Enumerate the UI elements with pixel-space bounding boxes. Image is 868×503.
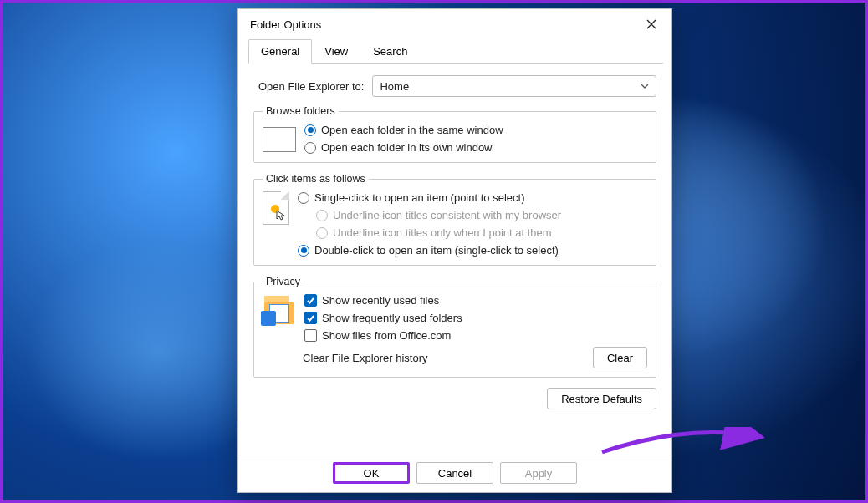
tab-search[interactable]: Search <box>360 39 420 63</box>
privacy-folder-icon <box>263 294 296 324</box>
radio-icon <box>298 192 309 204</box>
page-click-icon <box>263 191 289 225</box>
checkbox-icon <box>304 329 317 342</box>
click-legend: Click items as follows <box>263 173 369 185</box>
checkbox-icon <box>304 312 317 324</box>
radio-icon <box>316 210 328 221</box>
check-frequent-folders[interactable]: Show frequently used folders <box>304 312 462 324</box>
close-icon <box>646 19 656 29</box>
clear-button[interactable]: Clear <box>593 347 647 368</box>
privacy-legend: Privacy <box>263 276 304 287</box>
check-office-files[interactable]: Show files from Office.com <box>304 329 462 342</box>
radio-own-window[interactable]: Open each folder in its own window <box>304 141 503 154</box>
chevron-down-icon <box>641 82 649 90</box>
titlebar: Folder Options <box>238 9 671 36</box>
radio-underline-browser: Underline icon titles consistent with my… <box>316 209 561 221</box>
tab-general[interactable]: General <box>248 39 312 64</box>
restore-defaults-button[interactable]: Restore Defaults <box>547 388 656 409</box>
dialog-title: Folder Options <box>250 18 321 31</box>
click-items-group: Click items as follows Single-click to o… <box>253 173 656 266</box>
tab-view[interactable]: View <box>312 39 360 63</box>
cancel-button[interactable]: Cancel <box>416 462 493 484</box>
radio-underline-point: Underline icon titles only when I point … <box>316 226 561 239</box>
close-button[interactable] <box>640 14 663 34</box>
radio-icon <box>304 142 316 154</box>
window-thumb-icon <box>263 127 296 152</box>
privacy-group: Privacy Show recently used files Show fr… <box>253 276 656 378</box>
radio-same-window[interactable]: Open each folder in the same window <box>304 124 503 136</box>
dialog-footer: OK Cancel Apply <box>238 455 671 492</box>
radio-icon <box>316 227 328 239</box>
check-recent-files[interactable]: Show recently used files <box>304 294 462 307</box>
radio-icon <box>304 124 316 136</box>
radio-double-click[interactable]: Double-click to open an item (single-cli… <box>298 244 561 257</box>
browse-legend: Browse folders <box>263 105 339 117</box>
open-to-label: Open File Explorer to: <box>258 80 364 93</box>
apply-button[interactable]: Apply <box>500 462 577 484</box>
browse-folders-group: Browse folders Open each folder in the s… <box>253 105 656 163</box>
radio-single-click[interactable]: Single-click to open an item (point to s… <box>298 191 561 204</box>
folder-options-dialog: Folder Options General View Search Open … <box>237 8 672 493</box>
open-to-select[interactable]: Home <box>372 75 656 97</box>
clear-history-label: Clear File Explorer history <box>303 352 428 364</box>
open-to-value: Home <box>380 80 409 93</box>
checkbox-icon <box>304 294 317 307</box>
radio-icon <box>298 245 309 257</box>
tab-strip: General View Search <box>248 39 663 64</box>
dialog-body: Open File Explorer to: Home Browse folde… <box>238 64 671 455</box>
ok-button[interactable]: OK <box>333 462 410 484</box>
